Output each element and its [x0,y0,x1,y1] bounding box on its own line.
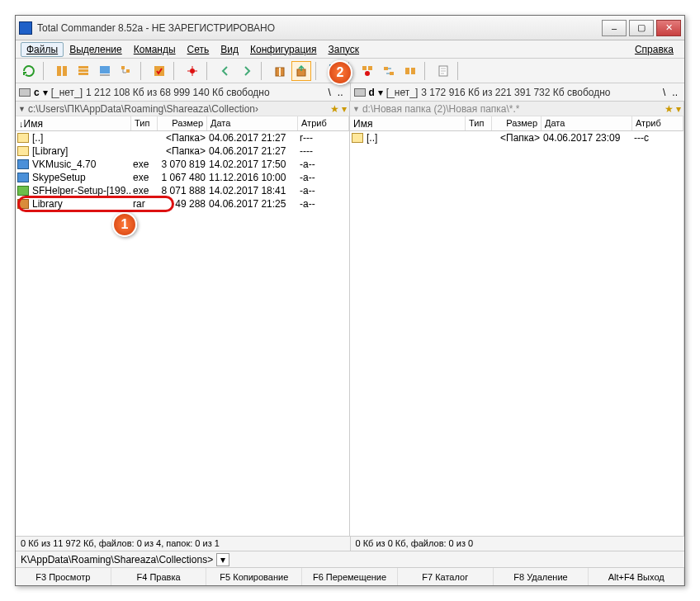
command-line[interactable]: K\AppData\Roaming\Shareaza\Collections> … [16,551,684,567]
svg-rect-5 [100,66,110,73]
maximize-button[interactable]: ▢ [629,20,654,36]
menu-files[interactable]: Файлы [21,42,64,57]
svg-rect-22 [411,68,415,74]
svg-rect-4 [78,73,88,75]
exe-icon [17,159,29,169]
svg-rect-6 [100,74,110,76]
file-row[interactable]: VKMusic_4.70exe3 070 81914.02.2017 17:50… [16,158,349,171]
left-path-bar[interactable]: ▼c:\Users\ПК\AppData\Roaming\Shareaza\Co… [16,102,349,116]
titlebar: Total Commander 8.52a - НЕ ЗАРЕГИСТРИРОВ… [16,16,684,40]
minimize-button[interactable]: – [602,20,627,36]
f3-view[interactable]: F3 Просмотр [16,568,111,585]
callout-2: 2 [328,60,352,85]
left-col-header[interactable]: ↓Имя Тип Размер Дата Атриб [16,116,349,131]
status-bars: 0 Кб из 11 972 Кб, файлов: 0 из 4, папок… [16,536,684,551]
notepad-icon[interactable] [433,61,453,81]
svg-rect-3 [78,69,88,72]
back-icon[interactable] [215,61,235,81]
svg-rect-12 [279,68,281,76]
f5-copy[interactable]: F5 Копирование [206,568,302,585]
right-drive-bar[interactable]: d ▾ [_нет_] 3 172 916 Кб из 221 391 732 … [350,83,685,101]
file-row[interactable]: [..]<Папка>04.06.2017 23:09---c [350,131,683,144]
menu-view[interactable]: Вид [215,42,244,57]
svg-rect-2 [78,66,88,69]
svg-rect-21 [405,68,409,74]
file-row[interactable]: Libraryrar49 28804.06.2017 21:25-a-- [16,197,349,211]
f7-mkdir[interactable]: F7 Каталог [398,568,494,585]
view-full-icon[interactable] [73,61,93,81]
svg-point-18 [365,71,370,76]
svg-rect-1 [63,66,67,76]
callout-1: 1 [112,212,137,237]
exeg-icon [17,186,29,196]
panels: ▼c:\Users\ПК\AppData\Roaming\Shareaza\Co… [16,102,684,536]
refresh-icon[interactable] [19,61,39,81]
right-file-list[interactable]: [..]<Папка>04.06.2017 23:09---c [350,131,683,536]
svg-point-10 [190,69,195,73]
tree-icon[interactable] [116,61,136,81]
menu-net[interactable]: Сеть [182,42,215,57]
file-row[interactable]: [Library]<Папка>04.06.2017 21:27---- [16,144,349,158]
unpack-icon[interactable] [291,61,311,81]
multirename-icon[interactable] [357,61,377,81]
svg-rect-16 [362,66,367,70]
left-panel: ▼c:\Users\ПК\AppData\Roaming\Shareaza\Co… [16,102,350,536]
menu-select[interactable]: Выделение [64,42,128,57]
up-icon [17,133,29,143]
drive-d-icon [354,88,366,97]
file-row[interactable]: SFHelper-Setup-[199..exe8 071 88814.02.2… [16,184,349,197]
invert-select-icon[interactable] [149,61,169,81]
app-icon [19,21,32,35]
folder-icon [17,146,29,156]
view-brief-icon[interactable] [52,61,72,81]
menu-start[interactable]: Запуск [323,42,366,57]
view-thumbs-icon[interactable] [95,61,115,81]
left-status: 0 Кб из 11 972 Кб, файлов: 0 из 4, папок… [16,537,350,551]
toolbar: 2 FTPURL [16,59,684,83]
rar-icon [17,199,29,209]
right-status: 0 Кб из 0 Кб, файлов: 0 из 0 [350,537,685,551]
svg-rect-19 [384,67,388,70]
svg-rect-8 [126,69,130,73]
svg-rect-17 [368,66,372,70]
menu-commands[interactable]: Команды [128,42,182,57]
sync-dirs-icon[interactable] [379,61,399,81]
function-keys: F3 Просмотр F4 Правка F5 Копирование F6 … [16,567,684,585]
main-window: Total Commander 8.52a - НЕ ЗАРЕГИСТРИРОВ… [15,15,685,586]
ftp-connect-icon[interactable] [182,61,202,81]
svg-rect-0 [57,66,61,76]
drive-bars: c ▾ [_нет_] 1 212 108 Кб из 68 999 140 К… [16,83,684,102]
up-icon [352,133,363,143]
window-title: Total Commander 8.52a - НЕ ЗАРЕГИСТРИРОВ… [37,22,602,34]
compare-dirs-icon[interactable] [400,61,420,81]
menu-config[interactable]: Конфигурация [244,42,323,57]
exe-icon [17,173,29,182]
menubar: Файлы Выделение Команды Сеть Вид Конфигу… [16,40,684,59]
window-buttons: – ▢ ✕ [602,20,681,36]
left-drive-bar[interactable]: c ▾ [_нет_] 1 212 108 Кб из 68 999 140 К… [16,83,350,101]
svg-rect-20 [390,72,394,75]
drive-c-icon [19,88,31,97]
right-panel: ▼d:\Новая папка (2)\Новая папка\*.*★ ▾ И… [350,102,684,536]
right-col-header[interactable]: Имя Тип Размер Дата Атриб [350,116,683,131]
right-path-bar[interactable]: ▼d:\Новая папка (2)\Новая папка\*.*★ ▾ [350,102,683,116]
f4-edit[interactable]: F4 Правка [111,568,207,585]
left-file-list[interactable]: 1 [..]<Папка>04.06.2017 21:27r---[Librar… [16,131,349,536]
file-row[interactable]: SkypeSetupexe1 067 48011.12.2016 10:00-a… [16,171,349,184]
close-button[interactable]: ✕ [656,20,681,36]
pack-icon[interactable] [270,61,290,81]
forward-icon[interactable] [237,61,257,81]
svg-rect-7 [121,66,125,69]
f6-move[interactable]: F6 Перемещение [302,568,398,585]
menu-help[interactable]: Справка [629,42,679,57]
f8-delete[interactable]: F8 Удаление [494,568,589,585]
file-row[interactable]: [..]<Папка>04.06.2017 21:27r--- [16,131,349,144]
cmdline-dropdown-icon[interactable]: ▾ [216,553,229,566]
altf4-exit[interactable]: Alt+F4 Выход [589,568,684,585]
